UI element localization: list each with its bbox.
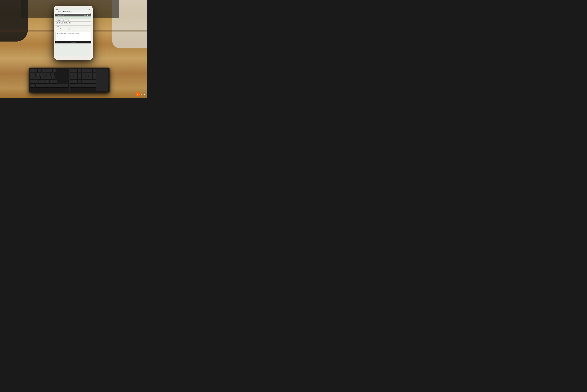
table-button[interactable] bbox=[59, 22, 61, 24]
key-e[interactable]: E bbox=[43, 72, 46, 76]
copy-button[interactable] bbox=[62, 20, 64, 21]
key-a[interactable]: A bbox=[37, 76, 40, 80]
key-c[interactable]: C bbox=[46, 80, 49, 84]
key-8[interactable]: 8 bbox=[74, 69, 78, 72]
key-i[interactable]: I bbox=[78, 72, 81, 76]
key-5[interactable]: 5 bbox=[49, 69, 52, 72]
key-space-right[interactable] bbox=[70, 84, 98, 88]
bold-button[interactable]: B bbox=[56, 28, 58, 30]
collapse-button[interactable]: ▶ bbox=[89, 15, 90, 16]
bottom-nav-bar: ▾ ⊟ bbox=[56, 41, 91, 44]
key-quote[interactable]: ' " bbox=[89, 76, 92, 80]
undo-button[interactable] bbox=[65, 20, 67, 21]
touchpad[interactable] bbox=[96, 69, 108, 91]
refresh-button[interactable]: ↻ bbox=[60, 12, 62, 14]
key-shift-left[interactable]: ⇧Shift bbox=[30, 80, 38, 84]
key-w[interactable]: W bbox=[40, 72, 43, 76]
key-f[interactable]: F bbox=[48, 76, 52, 80]
key-period[interactable]: . > bbox=[82, 80, 85, 84]
list-button[interactable] bbox=[61, 22, 63, 24]
tab-close-xda[interactable]: × bbox=[70, 11, 71, 12]
browser-tab-emaki[interactable]: Emaki CMS × bbox=[56, 11, 62, 12]
key-n[interactable]: N bbox=[70, 80, 74, 84]
key-z[interactable]: Z bbox=[38, 80, 42, 84]
key-k[interactable]: K bbox=[78, 76, 81, 80]
payable-checkbox[interactable] bbox=[56, 15, 57, 16]
key-comma[interactable]: , < bbox=[78, 80, 81, 84]
key-r[interactable]: R bbox=[47, 72, 50, 76]
key-x[interactable]: X bbox=[42, 80, 46, 84]
bookmark-icon[interactable]: ☆ bbox=[88, 13, 88, 14]
key-slash[interactable]: / ? bbox=[85, 80, 88, 84]
key-9[interactable]: 9 bbox=[78, 69, 81, 72]
clear-format-button[interactable]: T bbox=[67, 20, 69, 21]
unordered-list-button[interactable]: • bbox=[64, 28, 65, 30]
update-button[interactable]: Update bbox=[59, 24, 61, 25]
image-button[interactable] bbox=[66, 22, 68, 24]
nav-chevron-down[interactable]: ▾ bbox=[56, 42, 57, 43]
key-p[interactable]: P bbox=[85, 72, 88, 76]
key-2[interactable]: 2 bbox=[38, 69, 41, 72]
link-button[interactable] bbox=[56, 22, 58, 24]
code-button[interactable]: <> bbox=[56, 24, 57, 25]
key-semicolon[interactable]: ; : bbox=[85, 76, 88, 80]
key-7[interactable]: 7 bbox=[70, 69, 74, 72]
browser-tab-xda[interactable]: $1 XDA Portal & Forums × bbox=[62, 11, 72, 12]
key-space[interactable] bbox=[41, 84, 68, 88]
styles-dropdown[interactable]: Styles ▾ bbox=[56, 26, 60, 27]
tablet-side-button[interactable] bbox=[92, 28, 93, 32]
italic-button[interactable]: I bbox=[58, 28, 60, 30]
key-d[interactable]: D bbox=[44, 76, 48, 80]
key-q[interactable]: Q bbox=[36, 72, 39, 76]
nav-menu-btn[interactable]: ⊟ bbox=[90, 42, 90, 43]
emaki-favicon bbox=[56, 11, 57, 12]
key-4[interactable]: 4 bbox=[45, 69, 48, 72]
key-minus[interactable]: - _ bbox=[85, 69, 88, 72]
tab-close-emaki[interactable]: × bbox=[61, 11, 62, 12]
download-icon[interactable]: ↓ bbox=[89, 13, 90, 14]
key-m[interactable]: M bbox=[74, 80, 78, 84]
blockquote-button[interactable]: " bbox=[65, 28, 66, 30]
forward-button[interactable]: › bbox=[59, 12, 60, 14]
add-section-button[interactable]: + bbox=[87, 14, 88, 16]
key-b[interactable]: B bbox=[54, 80, 57, 84]
key-3[interactable]: 3 bbox=[42, 69, 45, 72]
key-0[interactable]: 0 bbox=[82, 69, 85, 72]
new-tab-button[interactable]: + bbox=[72, 11, 74, 12]
key-6[interactable]: 6 bbox=[53, 69, 56, 72]
key-s[interactable]: S bbox=[41, 76, 44, 80]
key-v[interactable]: V bbox=[50, 80, 53, 84]
styles-label: Styles bbox=[57, 26, 59, 27]
key-t[interactable]: T bbox=[51, 72, 54, 76]
key-bracket-left[interactable]: [ { bbox=[89, 72, 92, 76]
key-ctrl-left[interactable]: Ctrl bbox=[30, 84, 35, 88]
key-backtick[interactable]: ` ~ bbox=[30, 69, 34, 72]
key-l[interactable]: L bbox=[82, 76, 85, 80]
back-button[interactable]: ‹ bbox=[58, 12, 58, 14]
styles-row: Styles ▾ bbox=[56, 26, 91, 28]
omega-button[interactable]: Ω bbox=[64, 22, 66, 24]
svg-rect-18 bbox=[66, 22, 68, 23]
menu-dots-icon[interactable]: ⋮ bbox=[90, 13, 91, 14]
anchor-button[interactable] bbox=[69, 22, 70, 24]
key-y[interactable]: Y bbox=[70, 72, 74, 76]
key-equals[interactable]: = + bbox=[89, 69, 92, 72]
key-j[interactable]: J bbox=[74, 76, 78, 80]
editor-area[interactable]: The Google Pixel Tablet is the search gi… bbox=[56, 32, 90, 41]
url-bar[interactable]: emakicms.com/brand/28/articles/edit/1004… bbox=[62, 12, 87, 14]
toolbar-sep-1 bbox=[62, 20, 62, 21]
key-1[interactable]: 1 bbox=[34, 69, 38, 72]
source-button[interactable]: Source bbox=[56, 20, 61, 21]
link-tool-button[interactable]: Link Tool bbox=[68, 28, 72, 30]
key-h[interactable]: H bbox=[70, 76, 74, 80]
ordered-list-button[interactable]: 1. bbox=[62, 28, 63, 30]
key-o[interactable]: O bbox=[82, 72, 85, 76]
key-alt-left[interactable]: Alt bbox=[36, 84, 41, 88]
expand-icon[interactable]: ✕ bbox=[73, 30, 74, 32]
key-g[interactable]: G bbox=[52, 76, 55, 80]
key-u[interactable]: U bbox=[74, 72, 78, 76]
home-button[interactable]: ⌂ bbox=[56, 12, 57, 14]
key-capslock[interactable]: Caps Lock bbox=[30, 76, 36, 80]
strikethrough-button[interactable]: S bbox=[60, 28, 61, 30]
key-tab[interactable]: Tab↹ bbox=[30, 72, 35, 76]
